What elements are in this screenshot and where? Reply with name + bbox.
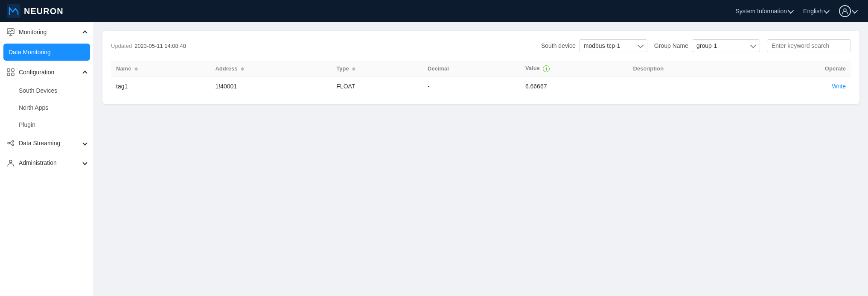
cell-address: 1!40001: [210, 76, 331, 96]
svg-point-3: [844, 9, 846, 12]
svg-point-12: [12, 141, 14, 142]
address-sort-icon[interactable]: [241, 67, 244, 71]
table-header: Name Address: [111, 61, 851, 76]
system-info-menu[interactable]: System Information: [731, 6, 797, 16]
col-header-type: Type: [331, 61, 422, 76]
group-name-label: Group Name: [654, 42, 688, 49]
logo: NEURON: [7, 4, 64, 18]
sidebar-item-north-apps[interactable]: North Apps: [0, 99, 93, 116]
sidebar-item-data-monitoring[interactable]: Data Monitoring: [3, 44, 90, 61]
sidebar-section-configuration: Configuration South Devices North Apps P…: [0, 62, 93, 133]
svg-point-2: [15, 8, 16, 9]
type-sort-icon[interactable]: [352, 67, 355, 71]
svg-line-15: [9, 144, 12, 145]
cell-name: tag1: [111, 76, 210, 96]
user-menu[interactable]: [835, 3, 861, 19]
sidebar-section-data-streaming: Data Streaming: [0, 133, 93, 153]
data-monitoring-label: Data Monitoring: [9, 49, 85, 56]
configuration-chevron-icon: [82, 70, 87, 75]
south-device-label: South device: [541, 42, 576, 49]
sidebar: Monitoring Data Monitoring Confi: [0, 22, 94, 296]
user-avatar-icon: [839, 5, 851, 17]
col-header-description: Description: [628, 61, 754, 76]
svg-rect-10: [12, 73, 14, 76]
svg-point-13: [12, 144, 14, 146]
cell-decimal: -: [422, 76, 520, 96]
sidebar-section-administration: Administration: [0, 153, 93, 173]
data-streaming-label: Data Streaming: [19, 140, 79, 147]
user-chevron-icon: [852, 7, 858, 13]
logo-icon: [7, 4, 20, 18]
sidebar-section-monitoring: Monitoring Data Monitoring: [0, 22, 93, 62]
table-body: tag1 1!40001 FLOAT - 6.66667 Write: [111, 76, 851, 96]
sidebar-item-monitoring[interactable]: Monitoring: [0, 22, 93, 42]
language-label: English: [803, 8, 823, 15]
updated-info: Updated 2023-05-11 14:08:48: [111, 43, 186, 49]
col-header-decimal: Decimal: [422, 61, 520, 76]
table-row: tag1 1!40001 FLOAT - 6.66667 Write: [111, 76, 851, 96]
cell-description: [628, 76, 754, 96]
svg-rect-8: [12, 69, 14, 71]
toolbar: Updated 2023-05-11 14:08:48 South device…: [111, 39, 851, 52]
administration-chevron-icon: [82, 160, 87, 165]
administration-icon: [7, 159, 15, 167]
data-streaming-icon: [7, 139, 15, 147]
name-sort-icon[interactable]: [134, 67, 138, 71]
svg-line-14: [9, 142, 12, 143]
data-table: Name Address: [111, 61, 851, 96]
svg-point-11: [8, 142, 9, 144]
sidebar-item-configuration[interactable]: Configuration: [0, 62, 93, 82]
sidebar-item-plugin[interactable]: Plugin: [0, 116, 93, 133]
administration-label: Administration: [19, 159, 79, 166]
data-monitoring-card: Updated 2023-05-11 14:08:48 South device…: [102, 31, 859, 104]
south-device-field: South device modbus-tcp-1: [541, 39, 647, 52]
monitoring-chevron-icon: [82, 30, 87, 35]
col-header-name: Name: [111, 61, 210, 76]
south-device-chevron-icon: [638, 42, 644, 48]
cell-value: 6.66667: [520, 76, 628, 96]
cell-type: FLOAT: [331, 76, 422, 96]
write-button[interactable]: Write: [832, 83, 846, 90]
system-info-chevron-icon: [788, 7, 794, 13]
header-actions: System Information English: [731, 3, 861, 19]
svg-rect-9: [7, 73, 10, 76]
sidebar-item-administration[interactable]: Administration: [0, 153, 93, 173]
language-menu[interactable]: English: [799, 6, 833, 16]
svg-rect-7: [7, 69, 10, 71]
value-info-icon[interactable]: i: [543, 65, 550, 72]
col-header-operate: Operate: [754, 61, 851, 76]
monitoring-icon: [7, 28, 15, 36]
keyword-search-wrap[interactable]: [767, 39, 851, 52]
app-header: NEURON System Information English: [0, 0, 868, 22]
svg-point-1: [9, 11, 10, 12]
south-device-value: modbus-tcp-1: [584, 42, 636, 49]
monitoring-label: Monitoring: [19, 29, 79, 35]
main-content: Updated 2023-05-11 14:08:48 South device…: [94, 22, 868, 296]
group-name-select[interactable]: group-1: [692, 39, 760, 52]
group-name-field: Group Name group-1: [654, 39, 760, 52]
language-chevron-icon: [824, 7, 830, 13]
updated-value: 2023-05-11 14:08:48: [134, 43, 186, 49]
sidebar-item-data-streaming[interactable]: Data Streaming: [0, 133, 93, 153]
cell-operate: Write: [754, 76, 851, 96]
col-header-value: Value i: [520, 61, 628, 76]
app-name: NEURON: [24, 6, 64, 16]
group-name-chevron-icon: [750, 42, 756, 48]
configuration-icon: [7, 68, 15, 76]
data-streaming-chevron-icon: [82, 141, 87, 145]
main-layout: Monitoring Data Monitoring Confi: [0, 22, 868, 296]
col-header-address: Address: [210, 61, 331, 76]
svg-point-16: [9, 160, 12, 163]
configuration-label: Configuration: [19, 69, 79, 76]
group-name-value: group-1: [696, 42, 749, 49]
updated-label: Updated: [111, 43, 132, 49]
keyword-search-input[interactable]: [772, 42, 846, 49]
sidebar-item-south-devices[interactable]: South Devices: [0, 82, 93, 99]
system-info-label: System Information: [735, 8, 787, 15]
south-device-select[interactable]: modbus-tcp-1: [579, 39, 647, 52]
